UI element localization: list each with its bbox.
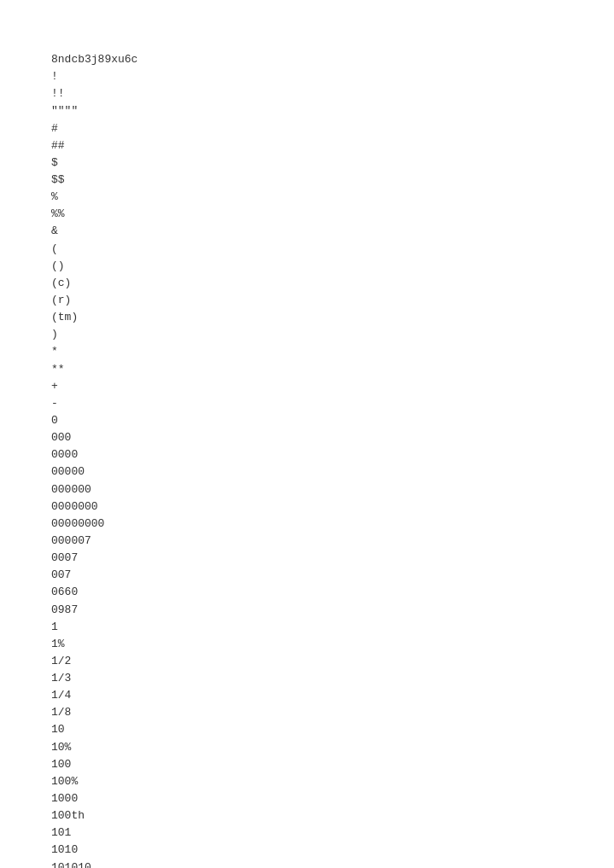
- list-item: %: [51, 189, 614, 206]
- list-item: !: [51, 68, 614, 85]
- list-item: 100th: [51, 807, 614, 824]
- list-item: (tm): [51, 309, 614, 326]
- list-item: ): [51, 326, 614, 343]
- list-item: 1010: [51, 842, 614, 859]
- list-item: &: [51, 223, 614, 240]
- list-item: 1/3: [51, 670, 614, 687]
- list-item: $$: [51, 172, 614, 189]
- list-item: 1/4: [51, 687, 614, 704]
- list-item: **: [51, 361, 614, 378]
- list-item: """": [51, 102, 614, 119]
- list-item: 101: [51, 824, 614, 842]
- list-item: 100: [51, 756, 614, 773]
- list-item: $: [51, 154, 614, 172]
- list-item: 10%: [51, 739, 614, 756]
- list-item: 0007: [51, 550, 614, 567]
- list-item: 0000: [51, 446, 614, 463]
- list-item: 100%: [51, 773, 614, 790]
- list-item: !!: [51, 85, 614, 102]
- list-item: 00000000: [51, 516, 614, 533]
- list-item: #: [51, 120, 614, 137]
- list-item: *: [51, 343, 614, 360]
- list-item: (r): [51, 292, 614, 309]
- list-item: ##: [51, 137, 614, 154]
- list-item: 0: [51, 412, 614, 429]
- list-item: +: [51, 378, 614, 395]
- list-item: 1000: [51, 790, 614, 807]
- list-item: 1/8: [51, 704, 614, 721]
- list-item: 000007: [51, 533, 614, 550]
- list-item: 10: [51, 721, 614, 738]
- list-item: 1%: [51, 636, 614, 653]
- list-item: (): [51, 258, 614, 275]
- list-item: -: [51, 395, 614, 412]
- list-item: 00000: [51, 463, 614, 481]
- list-item: 1: [51, 619, 614, 636]
- list-item: (: [51, 241, 614, 258]
- list-item: 0987: [51, 602, 614, 619]
- list-item: 1/2: [51, 653, 614, 670]
- list-item: (c): [51, 275, 614, 292]
- word-list: 8ndcb3j89xu6c!!!""""###$$$%%%&(()(c)(r)(…: [51, 51, 614, 868]
- list-item: 101010: [51, 859, 614, 868]
- list-item: 0000000: [51, 498, 614, 516]
- list-item: 0660: [51, 584, 614, 601]
- list-item: 000: [51, 429, 614, 446]
- list-item: 000000: [51, 481, 614, 498]
- list-item: %%: [51, 206, 614, 223]
- list-item: 8ndcb3j89xu6c: [51, 51, 614, 68]
- list-item: 007: [51, 567, 614, 584]
